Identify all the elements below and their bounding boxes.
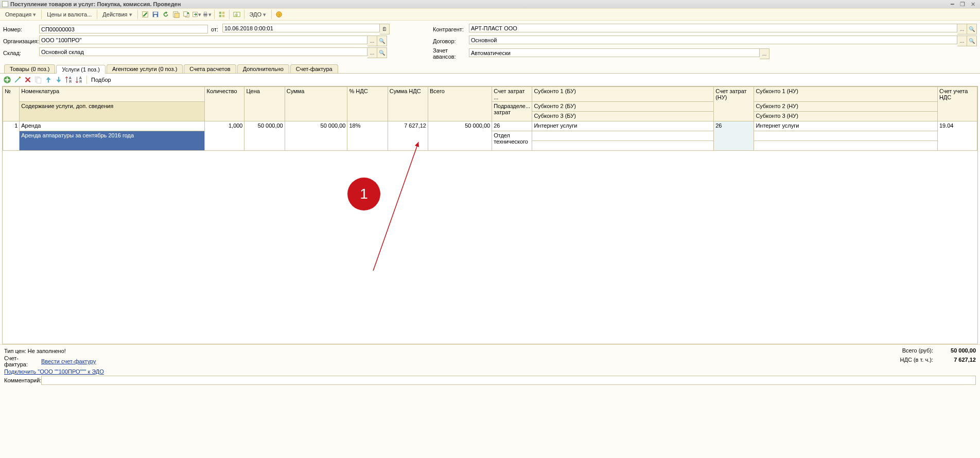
cell-schzat-sub[interactable]: Отдел технического	[492, 131, 532, 151]
operation-menu[interactable]: Операция	[2, 10, 39, 19]
move-down-icon[interactable]	[54, 75, 63, 84]
copy-row-icon[interactable]	[33, 75, 43, 84]
cell-nom-sub[interactable]: Аренда аппаратуры за сентябрь 2016 года	[20, 131, 205, 151]
sf-link[interactable]: Ввести счет-фактуру	[41, 358, 96, 364]
total-label: Всего (руб):	[902, 347, 933, 354]
th-subnu1[interactable]: Субконто 1 (НУ)	[754, 87, 937, 102]
cell-kol[interactable]: 1,000	[205, 121, 244, 151]
th-ndsacc[interactable]: Счет учета НДС	[937, 87, 977, 121]
zachet-select-icon[interactable]: ...	[760, 48, 769, 59]
dtkt-icon[interactable]: Дт	[232, 10, 241, 19]
close-btn[interactable]: ✕	[968, 0, 978, 8]
th-schzat[interactable]: Счет затрат ...	[492, 87, 532, 102]
svg-rect-15	[222, 15, 224, 17]
cell-sub2[interactable]	[532, 131, 714, 141]
sklad-open-icon[interactable]: 🔍	[377, 47, 387, 58]
move-up-icon[interactable]	[44, 75, 53, 84]
cell-price[interactable]: 50 000,00	[244, 121, 285, 151]
delete-row-icon[interactable]	[23, 75, 32, 84]
save-icon[interactable]	[151, 10, 160, 19]
zachet-field[interactable]: Автоматически	[469, 48, 760, 57]
th-kol[interactable]: Количество	[205, 87, 244, 121]
svg-text:Я: Я	[79, 80, 82, 83]
th-nom[interactable]: Номенклатура	[20, 87, 205, 102]
th-n[interactable]: №	[3, 87, 20, 121]
zachet-label: Зачет авансов:	[433, 47, 469, 60]
tab-services[interactable]: Услуги (1 поз.)	[56, 65, 105, 74]
cell-sumnds[interactable]: 7 627,12	[388, 121, 428, 151]
cell-vsego[interactable]: 50 000,00	[428, 121, 492, 151]
edit-row-icon[interactable]	[13, 75, 22, 84]
th-nom-sub[interactable]: Содержание услуги, доп. сведения	[20, 102, 205, 121]
post-close-icon[interactable]	[141, 10, 150, 19]
cell-subnu3[interactable]	[754, 141, 937, 151]
calendar-icon[interactable]: 🗓	[380, 24, 390, 34]
cell-subnu2[interactable]	[754, 131, 937, 141]
structure-icon[interactable]	[217, 10, 226, 19]
annotation-badge: 1	[347, 178, 380, 210]
dogovor-field[interactable]: Основной	[469, 36, 957, 44]
org-select-icon[interactable]: ...	[367, 36, 377, 46]
th-price[interactable]: Цена	[244, 87, 285, 121]
th-sub1[interactable]: Субконто 1 (БУ)	[532, 87, 714, 102]
th-sub3[interactable]: Субконто 3 (БУ)	[532, 112, 714, 121]
number-field[interactable]: СП00000003	[39, 25, 208, 33]
tab-invoice[interactable]: Счет-фактура	[290, 64, 338, 73]
cell-sub1[interactable]: Интернет услуги	[532, 121, 714, 131]
cell-sum[interactable]: 50 000,00	[285, 121, 347, 151]
cell-pnds[interactable]: 18%	[347, 121, 388, 151]
org-field[interactable]: ООО "100ПРО"	[39, 36, 367, 44]
edo-menu[interactable]: ЭДО	[247, 10, 270, 19]
th-vsego[interactable]: Всего	[428, 87, 492, 121]
kontragent-field[interactable]: АРТ-ПЛАСТ ООО	[469, 24, 957, 32]
edo-link[interactable]: Подключить "ООО ""100ПРО""" к ЭДО	[4, 368, 104, 375]
th-pnds[interactable]: % НДС	[347, 87, 388, 121]
add-row-icon[interactable]	[3, 75, 12, 84]
dogovor-select-icon[interactable]: ...	[957, 36, 967, 46]
svg-rect-11	[204, 15, 206, 16]
help-icon[interactable]: ?	[274, 10, 284, 19]
th-subnu3[interactable]: Субконто 3 (НУ)	[754, 112, 937, 121]
sort-desc-icon[interactable]: АЯ	[75, 75, 84, 84]
cell-ndsacc[interactable]: 19.04	[937, 121, 977, 151]
minimize-btn[interactable]: ━	[947, 0, 957, 8]
print-icon[interactable]	[202, 10, 212, 19]
refresh-icon[interactable]	[161, 10, 170, 19]
tab-goods[interactable]: Товары (0 поз.)	[4, 64, 55, 73]
tab-additional[interactable]: Дополнительно	[237, 64, 289, 73]
th-sumnds[interactable]: Сумма НДС	[388, 87, 428, 121]
cell-subnu1[interactable]: Интернет услуги	[754, 121, 937, 131]
org-open-icon[interactable]: 🔍	[377, 36, 387, 46]
svg-text:Дт: Дт	[234, 13, 238, 16]
kontragent-select-icon[interactable]: ...	[957, 24, 967, 34]
kontragent-open-icon[interactable]: 🔍	[967, 24, 977, 34]
prices-button[interactable]: Цены и валюта...	[44, 10, 95, 19]
actions-menu[interactable]: Действия	[99, 10, 135, 19]
th-subnu2[interactable]: Субконто 2 (НУ)	[754, 102, 937, 112]
tab-agent[interactable]: Агентские услуги (0 поз.)	[107, 64, 183, 73]
fill-icon[interactable]	[171, 10, 181, 19]
nds-label: НДС (в т. ч.):	[900, 357, 933, 363]
comment-field[interactable]	[41, 376, 976, 385]
sort-asc-icon[interactable]: АЯ	[64, 75, 74, 84]
cell-sub3[interactable]	[532, 141, 714, 151]
th-sub2[interactable]: Субконто 2 (БУ)	[532, 102, 714, 112]
date-field[interactable]: 10.06.2018 0:00:01	[222, 24, 380, 32]
podbor-button[interactable]: Подбор	[91, 77, 111, 83]
tab-accounts[interactable]: Счета расчетов	[184, 64, 236, 73]
cell-n[interactable]: 1	[3, 121, 20, 151]
th-schzat-sub[interactable]: Подразделе... затрат	[492, 102, 532, 121]
cell-schnu[interactable]: 26	[714, 121, 754, 151]
table-row[interactable]: 1 Аренда 1,000 50 000,00 50 000,00 18% 7…	[3, 121, 977, 131]
th-schnu[interactable]: Счет затрат (НУ)	[714, 87, 754, 121]
sklad-field[interactable]: Основной склад	[39, 47, 367, 56]
th-sum[interactable]: Сумма	[285, 87, 347, 121]
cell-schzat[interactable]: 26	[492, 121, 532, 131]
cell-nom[interactable]: Аренда	[20, 121, 205, 131]
sklad-select-icon[interactable]: ...	[367, 47, 377, 58]
maximize-btn[interactable]: ❐	[957, 0, 968, 8]
services-table[interactable]: № Номенклатура Количество Цена Сумма % Н…	[2, 86, 978, 344]
go-to-icon[interactable]	[192, 10, 201, 19]
dogovor-open-icon[interactable]: 🔍	[967, 36, 977, 46]
create-on-basis-icon[interactable]	[182, 10, 191, 19]
